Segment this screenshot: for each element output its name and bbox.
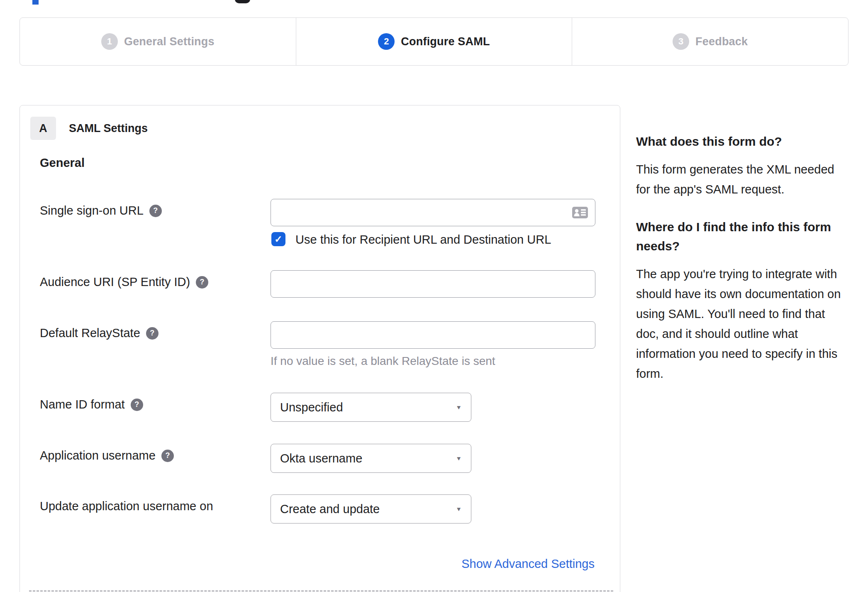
step-feedback[interactable]: 3 Feedback — [572, 18, 848, 65]
nameid-format-label: Name ID format — [40, 398, 125, 411]
nameid-format-select[interactable]: Unspecified ▼ — [271, 393, 471, 422]
audience-uri-label: Audience URI (SP Entity ID) — [40, 275, 190, 289]
relaystate-help-icon[interactable]: ? — [146, 327, 158, 340]
relaystate-label-wrap: Default RelayState ? — [40, 326, 158, 340]
application-username-help-icon[interactable]: ? — [161, 450, 174, 462]
section-a-badge: A — [30, 117, 56, 140]
chevron-down-icon: ▼ — [456, 506, 462, 512]
help-sidebar: What does this form do? This form genera… — [636, 132, 850, 402]
chevron-down-icon: ▼ — [456, 455, 462, 461]
application-username-value: Okta username — [280, 452, 362, 465]
relaystate-label: Default RelayState — [40, 326, 140, 340]
step-1-number-badge: 1 — [101, 33, 118, 50]
step-configure-saml[interactable]: 2 Configure SAML — [296, 18, 573, 65]
application-username-label: Application username — [40, 449, 156, 462]
sidebar-heading-what: What does this form do? — [636, 132, 850, 151]
update-username-label-wrap: Update application username on — [40, 499, 213, 513]
general-section-heading: General — [40, 156, 85, 170]
header-fragment-blue — [32, 0, 39, 5]
sidebar-heading-where: Where do I find the info this form needs… — [636, 218, 850, 256]
audience-uri-help-icon[interactable]: ? — [196, 276, 208, 289]
nameid-format-value: Unspecified — [280, 401, 343, 414]
recipient-destination-checkbox[interactable]: ✓ — [271, 232, 285, 246]
relaystate-hint: If no value is set, a blank RelayState i… — [271, 355, 495, 368]
sso-url-help-icon[interactable]: ? — [149, 205, 162, 217]
sidebar-paragraph-what: This form generates the XML needed for t… — [636, 159, 850, 199]
sso-url-label: Single sign-on URL — [40, 204, 144, 218]
section-divider — [29, 590, 613, 592]
step-general-settings[interactable]: 1 General Settings — [20, 18, 296, 65]
step-2-label: Configure SAML — [401, 35, 490, 48]
update-username-label: Update application username on — [40, 499, 213, 513]
step-1-label: General Settings — [124, 35, 215, 48]
update-username-select[interactable]: Create and update ▼ — [271, 494, 471, 524]
step-2-number-badge: 2 — [378, 33, 395, 50]
recipient-destination-label: Use this for Recipient URL and Destinati… — [295, 232, 551, 247]
sso-url-label-wrap: Single sign-on URL ? — [40, 204, 162, 218]
sso-url-input[interactable] — [271, 199, 595, 226]
wizard-stepper: 1 General Settings 2 Configure SAML 3 Fe… — [20, 17, 848, 66]
configure-saml-page: 1 General Settings 2 Configure SAML 3 Fe… — [0, 0, 868, 592]
nameid-format-label-wrap: Name ID format ? — [40, 398, 143, 411]
nameid-format-help-icon[interactable]: ? — [131, 399, 143, 411]
step-3-label: Feedback — [695, 35, 748, 48]
header-fragment-logo — [235, 0, 250, 3]
audience-uri-label-wrap: Audience URI (SP Entity ID) ? — [40, 275, 208, 289]
update-username-value: Create and update — [280, 502, 380, 516]
step-3-number-badge: 3 — [673, 33, 689, 50]
application-username-select[interactable]: Okta username ▼ — [271, 444, 471, 473]
chevron-down-icon: ▼ — [456, 404, 462, 410]
relaystate-input[interactable] — [271, 321, 595, 349]
audience-uri-input[interactable] — [271, 270, 595, 298]
show-advanced-settings-link[interactable]: Show Advanced Settings — [461, 557, 595, 571]
sidebar-paragraph-where: The app you're trying to integrate with … — [636, 264, 850, 384]
contact-card-icon[interactable] — [572, 206, 588, 219]
application-username-label-wrap: Application username ? — [40, 449, 174, 462]
panel-title: SAML Settings — [69, 122, 148, 135]
saml-settings-panel: A SAML Settings General Single sign-on U… — [20, 105, 620, 592]
